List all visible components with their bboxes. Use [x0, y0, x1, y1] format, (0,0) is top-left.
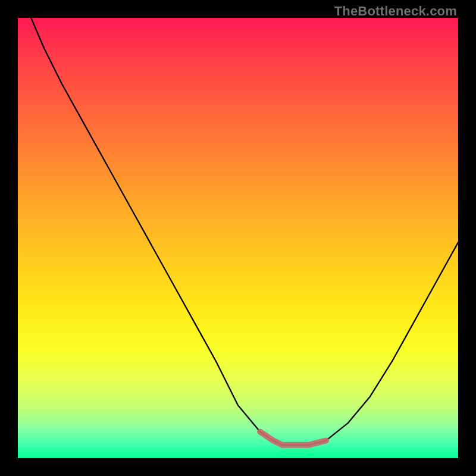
- chart-curve-layer: [18, 18, 458, 458]
- bottleneck-curve-path: [31, 18, 458, 445]
- bottleneck-chart: TheBottleneck.com: [0, 0, 476, 476]
- watermark-label: TheBottleneck.com: [334, 4, 457, 19]
- curve-group: [31, 18, 458, 445]
- highlight-region: [260, 432, 326, 445]
